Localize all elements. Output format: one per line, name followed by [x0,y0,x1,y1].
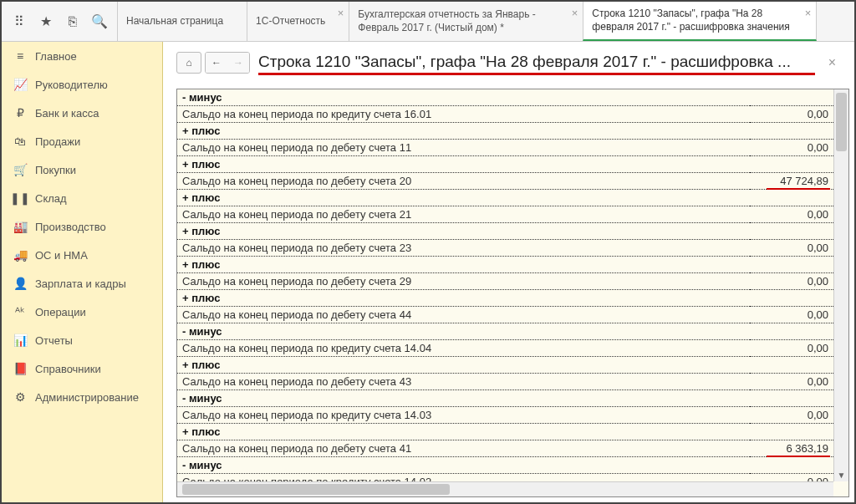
sidebar-icon: 🚚 [13,248,27,262]
sidebar-item-2[interactable]: ₽Банк и касса [2,99,162,127]
tabs: Начальная страница1С-Отчетность×Бухгалте… [117,2,854,41]
sidebar-item-6[interactable]: 🏭Производство [2,212,162,241]
row-label: Сальдо на конец периода по дебету счета … [177,307,750,323]
row-value: 0,00 [750,374,833,390]
table-row[interactable]: + плюс [177,190,833,206]
section-header: - минус [177,89,833,106]
tab-3[interactable]: Строка 1210 "Запасы", графа "На 28 февра… [583,2,817,41]
star-icon[interactable]: ★ [33,9,59,34]
sidebar-label: Продажи [35,135,80,148]
table-row[interactable]: Сальдо на конец периода по дебету счета … [177,173,833,190]
tab-close-icon[interactable]: × [805,7,812,21]
row-value: 0,00 [750,340,833,357]
table-row[interactable]: Сальдо на конец периода по кредиту счета… [177,340,833,357]
vertical-scrollbar[interactable]: ▲ ▼ [833,89,848,481]
row-label: Сальдо на конец периода по дебету счета … [177,173,750,190]
table-row[interactable]: Сальдо на конец периода по дебету счета … [177,307,833,323]
sidebar-icon: ≡ [13,49,27,63]
table-row[interactable]: - минус [177,390,833,407]
sidebar-item-10[interactable]: 📊Отчеты [2,326,162,354]
row-value: 47 724,89 [750,173,833,190]
row-label: Сальдо на конец периода по дебету счета … [177,273,750,290]
table-row[interactable]: - минус [177,457,833,474]
table-row[interactable]: + плюс [177,223,833,240]
title-wrap: Строка 1210 "Запасы", графа "На 28 февра… [258,53,815,74]
clipboard-icon[interactable]: ⎘ [60,9,85,34]
table-row[interactable]: Сальдо на конец периода по дебету счета … [177,374,833,390]
table-row[interactable]: Сальдо на конец периода по дебету счета … [177,206,833,223]
sidebar-item-3[interactable]: 🛍Продажи [2,127,162,155]
table-row[interactable]: + плюс [177,290,833,307]
table-row[interactable]: Сальдо на конец периода по кредиту счета… [177,106,833,123]
content-header: ⌂ ← → Строка 1210 "Запасы", графа "На 28… [163,42,854,77]
table-row[interactable]: Сальдо на конец периода по дебету счета … [177,240,833,257]
sidebar-item-9[interactable]: ᴬᵏОперации [2,298,162,326]
row-value: 0,00 [750,140,833,156]
sidebar-item-4[interactable]: 🛒Покупки [2,155,162,184]
sidebar-label: Руководителю [35,79,108,91]
table-row[interactable]: + плюс [177,123,833,140]
sidebar-item-11[interactable]: 📕Справочники [2,354,162,383]
horizontal-scrollbar[interactable] [177,481,833,496]
sidebar-label: Отчеты [35,334,73,347]
table-row[interactable]: - минус [177,89,833,106]
row-label: Сальдо на конец периода по кредиту счета… [177,407,750,424]
section-header: + плюс [177,424,833,440]
row-value: 0,00 [750,307,833,323]
sidebar-label: ОС и НМА [35,249,88,262]
sidebar-icon: 🛒 [13,163,27,176]
topbar: ⠿ ★ ⎘ 🔍 Начальная страница1С-Отчетность×… [2,2,854,42]
tab-1[interactable]: 1С-Отчетность× [247,2,349,41]
sidebar-item-1[interactable]: 📈Руководителю [2,70,162,99]
row-value: 0,00 [750,240,833,257]
table-row[interactable]: + плюс [177,156,833,173]
sidebar-icon: 📕 [13,362,27,375]
page-title: Строка 1210 "Запасы", графа "На 28 февра… [258,53,815,74]
table-row[interactable]: Сальдо на конец периода по дебету счета … [177,440,833,457]
sidebar-item-12[interactable]: ⚙Администрирование [2,383,162,411]
highlight-underline [767,456,830,457]
section-header: + плюс [177,123,833,140]
section-header: + плюс [177,190,833,206]
tab-close-icon[interactable]: × [338,7,344,21]
sidebar-label: Операции [35,306,86,318]
section-header: + плюс [177,290,833,307]
tab-close-icon[interactable]: × [572,7,578,21]
sidebar-label: Зарплата и кадры [35,277,126,290]
table-row[interactable]: Сальдо на конец периода по кредиту счета… [177,474,833,482]
sidebar-label: Справочники [35,363,101,375]
table-row[interactable]: Сальдо на конец периода по кредиту счета… [177,407,833,424]
apps-icon[interactable]: ⠿ [7,9,32,34]
sidebar-label: Главное [35,50,77,63]
topbar-quick: ⠿ ★ ⎘ 🔍 [2,2,117,41]
sidebar-item-7[interactable]: 🚚ОС и НМА [2,241,162,269]
row-label: Сальдо на конец периода по дебету счета … [177,374,750,390]
forward-button: → [227,53,249,73]
row-value: 0,00 [750,273,833,290]
home-button[interactable]: ⌂ [176,52,201,74]
search-icon[interactable]: 🔍 [87,9,112,34]
data-table: - минусСальдо на конец периода по кредит… [177,89,833,481]
sidebar-item-8[interactable]: 👤Зарплата и кадры [2,269,162,298]
table-row[interactable]: - минус [177,323,833,340]
section-header: + плюс [177,257,833,273]
tab-2[interactable]: Бухгалтерская отчетность за Январь - Фев… [349,2,583,41]
row-label: Сальдо на конец периода по дебету счета … [177,140,750,156]
sidebar-item-5[interactable]: ❚❚Склад [2,184,162,212]
back-button[interactable]: ← [206,53,227,73]
row-label: Сальдо на конец периода по дебету счета … [177,240,750,257]
table-row[interactable]: + плюс [177,257,833,273]
tab-0[interactable]: Начальная страница [117,2,247,41]
table-row[interactable]: Сальдо на конец периода по дебету счета … [177,140,833,156]
row-label: Сальдо на конец периода по кредиту счета… [177,474,750,482]
sidebar-icon: 📈 [13,78,27,91]
sidebar-icon: 👤 [13,277,27,290]
table-row[interactable]: Сальдо на конец периода по дебету счета … [177,273,833,290]
section-header: + плюс [177,223,833,240]
table-row[interactable]: + плюс [177,357,833,374]
sidebar-label: Покупки [35,164,76,176]
table-row[interactable]: + плюс [177,424,833,440]
sidebar-icon: ₽ [13,106,27,120]
sidebar-item-0[interactable]: ≡Главное [2,42,162,70]
close-page-button[interactable]: × [823,55,841,70]
